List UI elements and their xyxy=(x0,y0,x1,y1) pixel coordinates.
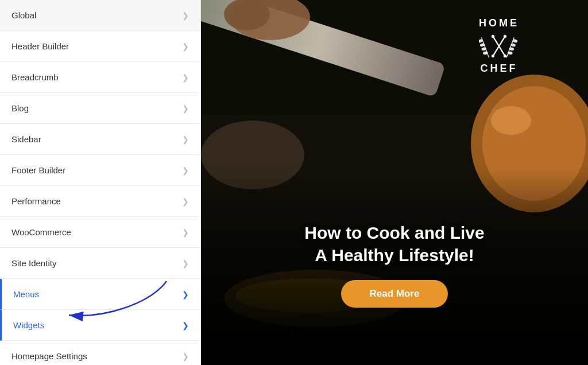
chevron-icon-footer-builder: ❯ xyxy=(182,166,189,175)
chevron-icon-homepage-settings: ❯ xyxy=(182,352,189,361)
svg-point-28 xyxy=(508,51,513,55)
sidebar-label-breadcrumb: Breadcrumb xyxy=(11,72,59,82)
sidebar-label-header-builder: Header Builder xyxy=(11,41,69,51)
sidebar-label-blog: Blog xyxy=(11,103,29,113)
svg-point-21 xyxy=(504,34,506,37)
chevron-icon-widgets: ❯ xyxy=(182,321,189,330)
sidebar-label-menus: Menus xyxy=(13,289,39,299)
svg-point-22 xyxy=(492,54,494,57)
sidebar-item-site-identity[interactable]: Site Identity❯ xyxy=(0,248,200,279)
svg-point-20 xyxy=(492,34,494,37)
svg-point-15 xyxy=(479,42,485,46)
logo-text-home: HOME xyxy=(479,17,519,29)
sidebar-label-homepage-settings: Homepage Settings xyxy=(11,351,87,361)
settings-sidebar: Global❯Header Builder❯Breadcrumb❯Blog❯Si… xyxy=(0,0,201,365)
sidebar-item-header-builder[interactable]: Header Builder❯ xyxy=(0,31,200,62)
chevron-icon-woocommerce: ❯ xyxy=(182,228,189,237)
sidebar-label-footer-builder: Footer Builder xyxy=(11,165,65,175)
chevron-icon-menus: ❯ xyxy=(182,290,189,299)
svg-point-23 xyxy=(504,54,506,57)
svg-point-16 xyxy=(481,46,487,51)
svg-point-17 xyxy=(483,51,488,55)
sidebar-label-global: Global xyxy=(11,10,36,20)
sidebar-item-footer-builder[interactable]: Footer Builder❯ xyxy=(0,155,200,186)
chevron-icon-breadcrumb: ❯ xyxy=(182,73,189,82)
sidebar-label-site-identity: Site Identity xyxy=(11,258,56,268)
sidebar-item-sidebar[interactable]: Sidebar❯ xyxy=(0,124,200,155)
sidebar-item-widgets[interactable]: Widgets❯ xyxy=(0,310,200,341)
hero-panel: HOME xyxy=(201,0,588,365)
hero-content: How to Cook and Live A Healthy Lifestyle… xyxy=(201,222,588,308)
read-more-button[interactable]: Read More xyxy=(341,280,448,308)
svg-point-27 xyxy=(509,46,514,51)
hero-title: How to Cook and Live A Healthy Lifestyle… xyxy=(201,222,588,266)
sidebar-item-homepage-settings[interactable]: Homepage Settings❯ xyxy=(0,341,200,365)
hero-title-line1: How to Cook and Live xyxy=(201,222,588,244)
svg-point-14 xyxy=(479,38,483,43)
sidebar-label-woocommerce: WooCommerce xyxy=(11,227,71,237)
chevron-icon-blog: ❯ xyxy=(182,104,189,113)
sidebar-label-widgets: Widgets xyxy=(13,320,44,330)
site-logo: HOME xyxy=(479,17,519,75)
hero-title-line2: A Healthy Lifestyle! xyxy=(201,244,588,266)
sidebar-item-woocommerce[interactable]: WooCommerce❯ xyxy=(0,217,200,248)
sidebar-item-menus[interactable]: Menus❯ xyxy=(0,279,200,310)
chevron-icon-site-identity: ❯ xyxy=(182,259,189,268)
sidebar-item-global[interactable]: Global❯ xyxy=(0,0,200,31)
chevron-icon-header-builder: ❯ xyxy=(182,42,189,51)
sidebar-item-performance[interactable]: Performance❯ xyxy=(0,186,200,217)
logo-text-chef: CHEF xyxy=(479,63,519,75)
chevron-icon-performance: ❯ xyxy=(182,197,189,206)
logo-icon xyxy=(479,32,519,60)
svg-point-26 xyxy=(510,42,516,46)
sidebar-label-performance: Performance xyxy=(11,196,61,206)
chevron-icon-global: ❯ xyxy=(182,11,189,20)
sidebar-item-blog[interactable]: Blog❯ xyxy=(0,93,200,124)
sidebar-item-breadcrumb[interactable]: Breadcrumb❯ xyxy=(0,62,200,93)
chevron-icon-sidebar: ❯ xyxy=(182,135,189,144)
sidebar-label-sidebar: Sidebar xyxy=(11,134,41,144)
